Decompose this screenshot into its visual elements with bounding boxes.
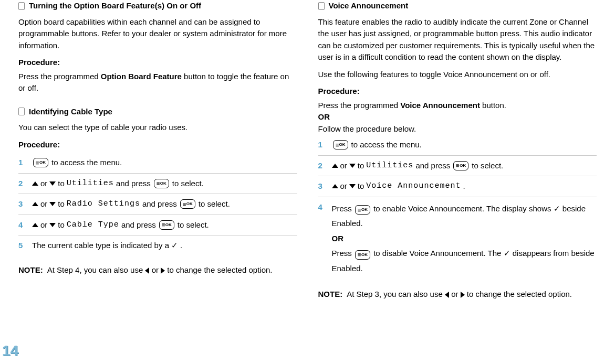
ok-button-icon: OK bbox=[154, 179, 169, 188]
check-icon: ✓ bbox=[504, 249, 510, 258]
step-body: OK to access the menu. bbox=[32, 157, 297, 169]
step-1: 1 OK to access the menu. bbox=[318, 135, 597, 156]
step-number: 1 bbox=[18, 157, 26, 169]
section-cable-type: Identifying Cable Type You can select th… bbox=[18, 106, 297, 276]
page-icon bbox=[18, 2, 25, 10]
section-option-board: Turning the Option Board Feature(s) On o… bbox=[18, 0, 297, 94]
intro-text: This feature enables the radio to audibl… bbox=[318, 16, 597, 63]
note-label: NOTE: bbox=[18, 264, 43, 276]
arrow-left-icon bbox=[145, 267, 149, 274]
step-body: Press OK to enable Voice Announcement. T… bbox=[332, 201, 597, 276]
left-column: Turning the Option Board Feature(s) On o… bbox=[18, 0, 297, 364]
menu-text: Radio Settings bbox=[67, 198, 140, 210]
step-4: 4 or to Cable Type and press OK to selec… bbox=[18, 215, 297, 236]
step-3: 3 or to Radio Settings and press OK to s… bbox=[18, 194, 297, 215]
step-4: 4 Press OK to enable Voice Announcement.… bbox=[318, 197, 597, 281]
arrow-up-icon bbox=[32, 202, 38, 206]
menu-text: Utilities bbox=[366, 160, 413, 172]
arrow-down-icon bbox=[349, 164, 356, 168]
procedure-label: Procedure: bbox=[18, 139, 297, 151]
step-number: 4 bbox=[18, 219, 26, 231]
ok-button-icon: OK bbox=[355, 250, 370, 260]
arrow-up-icon bbox=[332, 184, 338, 188]
step-number: 1 bbox=[318, 139, 326, 151]
step-number: 2 bbox=[318, 160, 326, 172]
note-label: NOTE: bbox=[318, 288, 343, 301]
heading-text: Turning the Option Board Feature(s) On o… bbox=[29, 0, 201, 12]
heading-text: Voice Announcement bbox=[329, 0, 409, 12]
arrow-down-icon bbox=[349, 184, 356, 188]
step-5: 5 The current cable type is indicated by… bbox=[18, 235, 297, 256]
check-icon: ✓ bbox=[171, 240, 178, 252]
step-body: or to Utilities and press OK to select. bbox=[332, 160, 597, 172]
or-label: OR bbox=[318, 112, 330, 121]
procedure-text: Press the programmed Option Board Featur… bbox=[18, 71, 297, 94]
step-number: 3 bbox=[318, 180, 326, 192]
note-block: NOTE: At Step 4, you can also use or to … bbox=[18, 264, 297, 276]
page-number: 14 bbox=[2, 340, 18, 362]
check-icon: ✓ bbox=[554, 204, 560, 213]
step-2: 2 or to Utilities and press OK to select… bbox=[18, 174, 297, 195]
step-body: or to Utilities and press OK to select. bbox=[32, 178, 297, 190]
arrow-left-icon bbox=[445, 292, 449, 298]
ok-button-icon: OK bbox=[453, 161, 468, 170]
use-text: Use the following features to toggle Voi… bbox=[318, 69, 597, 81]
step-body: The current cable type is indicated by a… bbox=[32, 240, 297, 252]
step-list: 1 OK to access the menu. 2 or to Utiliti… bbox=[318, 135, 597, 280]
menu-text: Cable Type bbox=[67, 219, 119, 231]
heading-cable-type: Identifying Cable Type bbox=[18, 106, 297, 118]
step-body: or to Voice Announcement . bbox=[332, 180, 597, 192]
procedure-text: Press the programmed Voice Announcement … bbox=[318, 100, 597, 135]
step-1: 1 OK to access the menu. bbox=[18, 153, 297, 174]
right-column: Voice Announcement This feature enables … bbox=[318, 0, 597, 364]
step-body: or to Cable Type and press OK to select. bbox=[32, 219, 297, 231]
step-2: 2 or to Utilities and press OK to select… bbox=[318, 156, 597, 177]
note-body: At Step 3, you can also use or to change… bbox=[347, 288, 597, 301]
step-number: 2 bbox=[18, 178, 26, 190]
heading-option-board: Turning the Option Board Feature(s) On o… bbox=[18, 0, 297, 12]
arrow-down-icon bbox=[49, 181, 56, 186]
arrow-right-icon bbox=[161, 267, 165, 274]
step-body: or to Radio Settings and press OK to sel… bbox=[32, 198, 297, 210]
heading-voice-announcement: Voice Announcement bbox=[318, 0, 597, 12]
intro-text: You can select the type of cable your ra… bbox=[18, 122, 297, 134]
procedure-label: Procedure: bbox=[318, 85, 597, 98]
arrow-down-icon bbox=[49, 202, 56, 206]
ok-button-icon: OK bbox=[33, 158, 48, 167]
procedure-label: Procedure: bbox=[18, 57, 297, 69]
ok-button-icon: OK bbox=[159, 220, 174, 230]
step-3: 3 or to Voice Announcement . bbox=[318, 176, 597, 197]
ok-button-icon: OK bbox=[333, 140, 348, 149]
intro-text: Option board capabilities within each ch… bbox=[18, 16, 297, 52]
menu-text: Voice Announcement bbox=[366, 180, 461, 192]
page-icon bbox=[18, 108, 25, 115]
step-body: OK to access the menu. bbox=[332, 139, 597, 151]
arrow-up-icon bbox=[332, 164, 338, 168]
ok-button-icon: OK bbox=[180, 199, 195, 209]
arrow-right-icon bbox=[461, 292, 465, 298]
note-block: NOTE: At Step 3, you can also use or to … bbox=[318, 288, 597, 301]
note-body: At Step 4, you can also use or to change… bbox=[47, 264, 297, 276]
section-voice-announcement: Voice Announcement This feature enables … bbox=[318, 0, 597, 301]
arrow-down-icon bbox=[49, 223, 56, 227]
page-icon bbox=[318, 2, 325, 10]
step-number: 5 bbox=[18, 240, 26, 252]
step-number: 4 bbox=[318, 201, 326, 213]
arrow-up-icon bbox=[32, 181, 38, 186]
arrow-up-icon bbox=[32, 223, 38, 227]
step-list: 1 OK to access the menu. 2 or to Utiliti… bbox=[18, 153, 297, 256]
heading-text: Identifying Cable Type bbox=[29, 106, 112, 118]
step-number: 3 bbox=[18, 198, 26, 210]
or-label: OR bbox=[332, 234, 344, 243]
menu-text: Utilities bbox=[67, 178, 114, 190]
ok-button-icon: OK bbox=[355, 205, 370, 215]
